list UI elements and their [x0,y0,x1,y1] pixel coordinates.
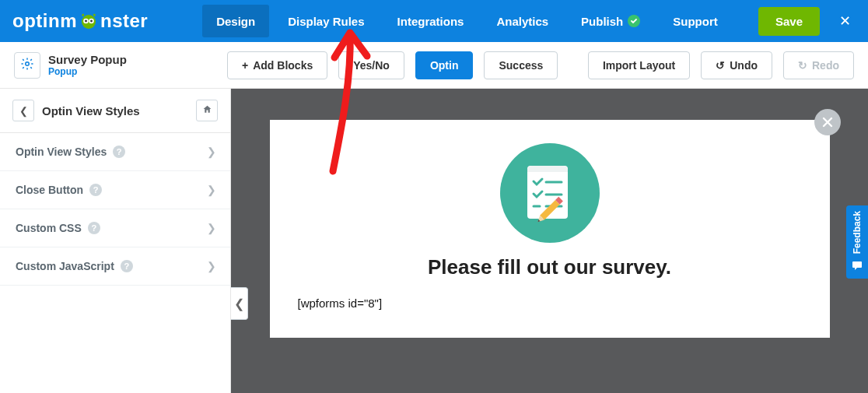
sidebar-item-label: Close Button [16,184,83,196]
campaign-titles: Survey Popup Popup [48,53,127,77]
top-nav-tabs: Design Display Rules Integrations Analyt… [202,5,758,37]
svg-rect-15 [852,261,862,268]
redo-label: Redo [812,59,839,72]
sidebar-item-label: Custom JavaScript [16,260,114,272]
undo-icon: ↺ [716,59,725,72]
svg-point-3 [85,20,87,23]
campaign-info: Survey Popup Popup [14,52,216,79]
view-optin-button[interactable]: Optin [415,51,474,79]
popup-shortcode-text: [wpforms id="8"] [298,297,383,310]
monster-icon [79,12,99,30]
svg-point-5 [26,61,30,65]
canvas: ❮ [231,89,868,393]
sidebar: ❮ Optin View Styles Optin View Styles? ❯… [0,89,231,393]
feedback-label: Feedback [852,211,863,254]
tab-publish[interactable]: Publish [567,5,654,37]
tab-analytics[interactable]: Analytics [482,5,562,37]
undo-label: Undo [730,59,758,72]
help-icon: ? [89,184,102,196]
popup-content: Please fill out our survey. [wpforms id=… [298,143,802,310]
sidebar-item-close-button[interactable]: Close Button? ❯ [0,171,230,209]
feedback-tab[interactable]: Feedback [846,205,868,279]
sidebar-item-optin-view-styles[interactable]: Optin View Styles? ❯ [0,133,230,171]
brand-text-post: nster [100,10,148,32]
close-icon [821,116,834,128]
chevron-right-icon: ❯ [207,184,216,196]
sidebar-home-button[interactable] [196,100,218,121]
redo-button[interactable]: ↻ Redo [783,51,854,79]
brand-text-pre: optinm [12,10,77,32]
campaign-name: Survey Popup [48,53,127,66]
tab-publish-label: Publish [581,15,623,28]
add-blocks-button[interactable]: + Add Blocks [227,51,327,79]
save-button[interactable]: Save [758,7,820,36]
help-icon: ? [113,146,125,158]
add-blocks-label: Add Blocks [253,59,313,72]
close-icon: ✕ [839,12,851,30]
help-icon: ? [88,222,100,234]
chevron-left-icon: ❮ [19,105,28,117]
editor-toolbar: Survey Popup Popup + Add Blocks Yes/No O… [0,42,868,89]
campaign-type: Popup [48,66,127,77]
popup-heading: Please fill out our survey. [428,255,671,279]
sidebar-item-custom-javascript[interactable]: Custom JavaScript? ❯ [0,247,230,286]
brand-logo: optinm nster [12,10,148,32]
sidebar-item-custom-css[interactable]: Custom CSS? ❯ [0,209,230,247]
top-nav-bar: optinm nster Design Display Rules Integr… [0,0,868,42]
chevron-left-icon: ❮ [234,297,244,311]
tab-integrations[interactable]: Integrations [383,5,478,37]
chevron-right-icon: ❯ [207,222,216,234]
close-editor-button[interactable]: ✕ [829,5,860,37]
sidebar-heading: Optin View Styles [42,104,188,118]
sidebar-item-label: Custom CSS [16,222,82,234]
sidebar-item-label: Optin View Styles [16,146,107,158]
svg-marker-16 [855,268,857,270]
survey-icon [500,143,600,243]
tab-support[interactable]: Support [659,5,732,37]
chevron-right-icon: ❯ [207,146,216,158]
tab-display-rules[interactable]: Display Rules [274,5,378,37]
view-yesno-button[interactable]: Yes/No [338,51,404,79]
svg-point-4 [90,20,93,23]
home-icon [202,104,212,117]
collapse-sidebar-button[interactable]: ❮ [231,287,248,320]
tab-design[interactable]: Design [202,5,269,37]
redo-icon: ↻ [798,59,807,72]
import-layout-button[interactable]: Import Layout [588,51,690,79]
gear-icon [20,57,34,74]
main-area: ❮ Optin View Styles Optin View Styles? ❯… [0,89,868,393]
popup-close-button[interactable] [814,109,841,135]
popup-preview: Please fill out our survey. [wpforms id=… [270,120,830,338]
plus-icon: + [242,59,248,72]
chevron-right-icon: ❯ [207,260,216,272]
help-icon: ? [121,260,133,272]
chat-icon [852,259,863,273]
campaign-settings-button[interactable] [14,52,40,79]
checkmark-icon [628,15,640,27]
sidebar-back-button[interactable]: ❮ [12,100,34,121]
sidebar-header: ❮ Optin View Styles [0,89,230,133]
undo-button[interactable]: ↺ Undo [701,51,772,79]
view-success-button[interactable]: Success [484,51,558,79]
